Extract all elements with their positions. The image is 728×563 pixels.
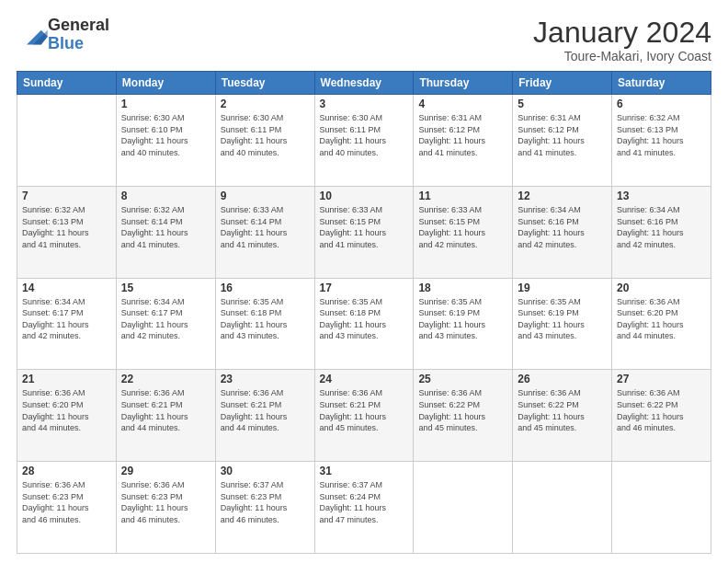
calendar-cell: 26Sunrise: 6:36 AMSunset: 6:22 PMDayligh… (513, 370, 612, 462)
day-info: Sunrise: 6:36 AMSunset: 6:21 PMDaylight:… (121, 387, 210, 433)
col-tuesday: Tuesday (215, 72, 314, 95)
day-info: Sunrise: 6:32 AMSunset: 6:14 PMDaylight:… (121, 204, 210, 250)
day-number: 31 (320, 465, 409, 477)
calendar-cell: 31Sunrise: 6:37 AMSunset: 6:24 PMDayligh… (314, 462, 414, 554)
day-info: Sunrise: 6:32 AMSunset: 6:13 PMDaylight:… (617, 112, 706, 158)
day-number: 15 (121, 282, 210, 294)
calendar-cell (612, 462, 711, 554)
calendar-cell: 13Sunrise: 6:34 AMSunset: 6:16 PMDayligh… (612, 186, 711, 278)
calendar-cell (513, 462, 612, 554)
day-info: Sunrise: 6:34 AMSunset: 6:17 PMDaylight:… (121, 296, 210, 342)
day-number: 16 (221, 282, 310, 294)
day-number: 23 (221, 373, 310, 385)
day-number: 8 (121, 190, 210, 202)
day-info: Sunrise: 6:35 AMSunset: 6:19 PMDaylight:… (418, 296, 507, 342)
calendar-cell: 16Sunrise: 6:35 AMSunset: 6:18 PMDayligh… (215, 278, 314, 370)
calendar-cell: 25Sunrise: 6:36 AMSunset: 6:22 PMDayligh… (414, 370, 513, 462)
calendar-cell: 18Sunrise: 6:35 AMSunset: 6:19 PMDayligh… (414, 278, 513, 370)
day-number: 1 (121, 98, 210, 110)
day-info: Sunrise: 6:36 AMSunset: 6:20 PMDaylight:… (22, 387, 111, 433)
day-number: 5 (518, 98, 607, 110)
day-info: Sunrise: 6:35 AMSunset: 6:18 PMDaylight:… (221, 296, 310, 342)
day-number: 20 (617, 282, 706, 294)
col-sunday: Sunday (17, 72, 117, 95)
day-info: Sunrise: 6:30 AMSunset: 6:11 PMDaylight:… (320, 112, 409, 158)
calendar-cell: 17Sunrise: 6:35 AMSunset: 6:18 PMDayligh… (314, 278, 414, 370)
day-number: 27 (617, 373, 706, 385)
logo-icon (18, 22, 48, 48)
week-row-1: 1Sunrise: 6:30 AMSunset: 6:10 PMDaylight… (17, 95, 711, 187)
day-info: Sunrise: 6:30 AMSunset: 6:10 PMDaylight:… (121, 112, 210, 158)
day-number: 25 (418, 373, 507, 385)
day-number: 3 (320, 98, 409, 110)
calendar-cell: 27Sunrise: 6:36 AMSunset: 6:22 PMDayligh… (612, 370, 711, 462)
calendar-cell: 11Sunrise: 6:33 AMSunset: 6:15 PMDayligh… (414, 186, 513, 278)
col-monday: Monday (116, 72, 215, 95)
day-number: 19 (518, 282, 607, 294)
calendar-cell: 14Sunrise: 6:34 AMSunset: 6:17 PMDayligh… (17, 278, 117, 370)
calendar-cell: 15Sunrise: 6:34 AMSunset: 6:17 PMDayligh… (116, 278, 215, 370)
day-number: 30 (221, 465, 310, 477)
day-info: Sunrise: 6:35 AMSunset: 6:18 PMDaylight:… (320, 296, 409, 342)
col-thursday: Thursday (414, 72, 513, 95)
logo: General Blue (17, 17, 109, 53)
calendar-cell: 6Sunrise: 6:32 AMSunset: 6:13 PMDaylight… (612, 95, 711, 187)
day-number: 29 (121, 465, 210, 477)
header: General Blue January 2024 Toure-Makari, … (17, 17, 711, 63)
day-number: 26 (518, 373, 607, 385)
day-number: 6 (617, 98, 706, 110)
day-info: Sunrise: 6:35 AMSunset: 6:19 PMDaylight:… (518, 296, 607, 342)
day-number: 28 (22, 465, 111, 477)
day-info: Sunrise: 6:32 AMSunset: 6:13 PMDaylight:… (22, 204, 111, 250)
week-row-3: 14Sunrise: 6:34 AMSunset: 6:17 PMDayligh… (17, 278, 711, 370)
calendar-cell: 20Sunrise: 6:36 AMSunset: 6:20 PMDayligh… (612, 278, 711, 370)
title-block: January 2024 Toure-Makari, Ivory Coast (533, 17, 711, 63)
day-info: Sunrise: 6:36 AMSunset: 6:20 PMDaylight:… (617, 296, 706, 342)
day-info: Sunrise: 6:31 AMSunset: 6:12 PMDaylight:… (518, 112, 607, 158)
calendar-cell: 29Sunrise: 6:36 AMSunset: 6:23 PMDayligh… (116, 462, 215, 554)
day-info: Sunrise: 6:36 AMSunset: 6:22 PMDaylight:… (617, 387, 706, 433)
day-info: Sunrise: 6:37 AMSunset: 6:24 PMDaylight:… (320, 479, 409, 525)
calendar-cell: 10Sunrise: 6:33 AMSunset: 6:15 PMDayligh… (314, 186, 414, 278)
week-row-4: 21Sunrise: 6:36 AMSunset: 6:20 PMDayligh… (17, 370, 711, 462)
calendar-cell: 9Sunrise: 6:33 AMSunset: 6:14 PMDaylight… (215, 186, 314, 278)
calendar-cell (414, 462, 513, 554)
col-friday: Friday (513, 72, 612, 95)
calendar-table: Sunday Monday Tuesday Wednesday Thursday… (17, 71, 711, 554)
day-info: Sunrise: 6:33 AMSunset: 6:15 PMDaylight:… (418, 204, 507, 250)
logo-blue-text: Blue (48, 35, 109, 53)
day-info: Sunrise: 6:36 AMSunset: 6:23 PMDaylight:… (22, 479, 111, 525)
calendar-cell: 4Sunrise: 6:31 AMSunset: 6:12 PMDaylight… (414, 95, 513, 187)
day-number: 10 (320, 190, 409, 202)
calendar-cell: 22Sunrise: 6:36 AMSunset: 6:21 PMDayligh… (116, 370, 215, 462)
day-number: 11 (418, 190, 507, 202)
day-number: 24 (320, 373, 409, 385)
day-info: Sunrise: 6:34 AMSunset: 6:16 PMDaylight:… (617, 204, 706, 250)
day-number: 12 (518, 190, 607, 202)
calendar-cell: 1Sunrise: 6:30 AMSunset: 6:10 PMDaylight… (116, 95, 215, 187)
location-subtitle: Toure-Makari, Ivory Coast (533, 49, 711, 63)
day-info: Sunrise: 6:30 AMSunset: 6:11 PMDaylight:… (221, 112, 310, 158)
day-info: Sunrise: 6:36 AMSunset: 6:22 PMDaylight:… (418, 387, 507, 433)
calendar-cell: 23Sunrise: 6:36 AMSunset: 6:21 PMDayligh… (215, 370, 314, 462)
day-info: Sunrise: 6:34 AMSunset: 6:16 PMDaylight:… (518, 204, 607, 250)
day-number: 17 (320, 282, 409, 294)
col-saturday: Saturday (612, 72, 711, 95)
page: General Blue January 2024 Toure-Makari, … (0, 0, 728, 563)
logo-text: General Blue (48, 17, 109, 53)
month-title: January 2024 (533, 17, 711, 49)
calendar-cell: 30Sunrise: 6:37 AMSunset: 6:23 PMDayligh… (215, 462, 314, 554)
col-wednesday: Wednesday (314, 72, 414, 95)
week-row-2: 7Sunrise: 6:32 AMSunset: 6:13 PMDaylight… (17, 186, 711, 278)
day-info: Sunrise: 6:36 AMSunset: 6:23 PMDaylight:… (121, 479, 210, 525)
header-row: Sunday Monday Tuesday Wednesday Thursday… (17, 72, 711, 95)
calendar-cell: 7Sunrise: 6:32 AMSunset: 6:13 PMDaylight… (17, 186, 117, 278)
day-info: Sunrise: 6:33 AMSunset: 6:15 PMDaylight:… (320, 204, 409, 250)
logo-general-text: General (48, 17, 109, 35)
day-number: 21 (22, 373, 111, 385)
day-number: 7 (22, 190, 111, 202)
day-number: 9 (221, 190, 310, 202)
day-number: 22 (121, 373, 210, 385)
day-info: Sunrise: 6:34 AMSunset: 6:17 PMDaylight:… (22, 296, 111, 342)
day-number: 4 (418, 98, 507, 110)
